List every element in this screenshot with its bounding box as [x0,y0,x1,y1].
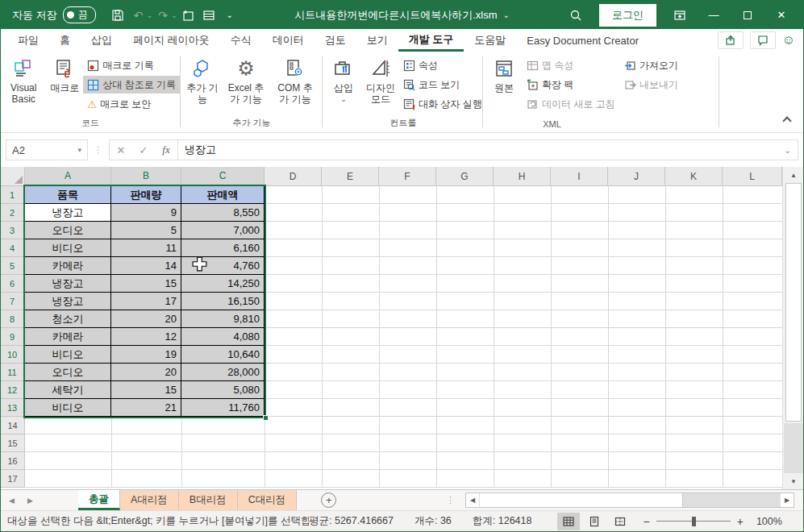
cell-C9[interactable]: 4,080 [181,328,265,346]
row-header-14[interactable]: 14 [1,417,25,434]
cell-B7[interactable]: 17 [111,293,181,310]
row-header-3[interactable]: 3 [1,222,25,239]
cell-A7[interactable]: 냉장고 [25,293,111,310]
row-header-5[interactable]: 5 [1,257,25,275]
tab-home[interactable]: 홈 [49,29,81,52]
fill-handle[interactable] [263,415,269,421]
comments-button[interactable] [750,31,776,49]
zoom-level[interactable]: 100% [750,516,782,527]
use-relative-references-button[interactable]: 상대 참조로 기록 [83,76,180,94]
cell-C12[interactable]: 5,080 [181,381,265,399]
macros-button[interactable]: 매크로 [46,55,83,95]
row-header-1[interactable]: 1 [1,186,25,204]
expansion-packs-button[interactable]: 확장 팩 [523,76,619,94]
run-dialog-button[interactable]: 대화 상자 실행 [399,95,486,113]
cell-A4[interactable]: 비디오 [25,239,111,257]
cell-B12[interactable]: 15 [111,381,181,399]
minimize-button[interactable]: — [697,1,731,29]
formula-bar-splitter-icon[interactable]: ⋮ [88,144,109,156]
selected-data-range[interactable]: 품목 판매량 판매액 냉장고 9 8,550 오디오 5 7,000 비디오 1… [23,185,266,418]
row-header-9[interactable]: 9 [1,328,25,346]
horizontal-scroll-thumb[interactable] [480,493,683,507]
zoom-in-button[interactable]: + [737,515,744,528]
cell-C10[interactable]: 10,640 [181,346,265,364]
cell-B2[interactable]: 9 [111,204,181,222]
row-header-15[interactable]: 15 [1,434,25,452]
cell-A10[interactable]: 비디오 [25,346,111,364]
tab-formulas[interactable]: 수식 [220,29,262,52]
zoom-slider[interactable] [656,517,731,526]
sheet-nav-left-icon[interactable]: ◀ [9,497,15,505]
cell-A5[interactable]: 카메라 [25,257,111,275]
ribbon-display-options-button[interactable] [663,1,697,29]
select-all-button[interactable] [1,167,25,186]
column-header-K[interactable]: K [665,167,723,186]
search-button[interactable] [559,1,593,29]
tab-developer[interactable]: 개발 도구 [398,29,464,52]
row-header-12[interactable]: 12 [1,381,25,399]
horizontal-scroll-track[interactable] [683,493,780,507]
addins-button[interactable]: 추가 기능 [183,55,222,106]
sheet-tab-B대리점[interactable]: B대리점 [179,490,238,510]
cell-A3[interactable]: 오디오 [25,222,111,239]
cell-B9[interactable]: 12 [111,328,181,346]
title-dropdown-icon[interactable]: ⌄ [502,10,509,19]
cell-B11[interactable]: 20 [111,364,181,381]
cell-A8[interactable]: 청소기 [25,310,111,328]
save-button[interactable] [107,5,128,26]
insert-function-icon[interactable]: fx [155,143,177,156]
cell-C11[interactable]: 28,000 [181,364,265,381]
cell-B4[interactable]: 11 [111,239,181,257]
tab-review[interactable]: 검토 [315,29,356,52]
cell-B8[interactable]: 20 [111,310,181,328]
cell-A13[interactable]: 비디오 [25,399,111,417]
xml-export-button[interactable]: 내보내기 [620,76,682,94]
cell-C4[interactable]: 6,160 [181,239,265,257]
confirm-entry-icon[interactable]: ✓ [132,144,155,156]
record-macro-button[interactable]: 매크로 기록 [83,56,180,74]
visual-basic-button[interactable]: Visual Basic [1,55,46,106]
column-header-B[interactable]: B [111,167,181,186]
sheet-nav-right-icon[interactable]: ▶ [27,497,33,505]
column-header-H[interactable]: H [494,167,551,186]
row-header-6[interactable]: 6 [1,275,25,293]
column-header-L[interactable]: L [723,167,782,186]
name-box[interactable]: A2 ▾ [6,139,88,160]
customize-qat-button[interactable]: ⌄ [219,5,240,26]
cell-A1[interactable]: 품목 [25,186,111,204]
cell-C1[interactable]: 판매액 [181,186,265,204]
cell-B6[interactable]: 15 [111,275,181,293]
name-box-dropdown-icon[interactable]: ▾ [77,146,81,154]
tab-easy-document-creator[interactable]: Easy Document Creator [516,29,649,52]
row-header-8[interactable]: 8 [1,310,25,328]
new-sheet-button[interactable]: + [321,493,336,508]
excel-addins-button[interactable]: ⚙ Excel 추가 기능 [222,55,270,106]
cell-A11[interactable]: 오디오 [25,364,111,381]
com-addins-button[interactable]: COM 추가 기능 [270,55,320,106]
undo-dropdown-icon[interactable]: ⌄ [147,11,153,19]
expand-formula-bar-icon[interactable]: ⌄ [785,146,791,155]
page-break-preview-button[interactable] [609,513,631,530]
column-header-A[interactable]: A [25,167,111,186]
cell-C3[interactable]: 7,000 [181,222,265,239]
tab-file[interactable]: 파일 [7,29,49,52]
share-button[interactable] [718,31,744,49]
tab-help[interactable]: 도움말 [464,29,516,52]
formula-input[interactable]: 냉장고 ⌄ [177,139,798,160]
refresh-data-button[interactable]: 데이터 새로 고침 [523,95,619,113]
zoom-slider-thumb[interactable] [692,517,696,526]
scroll-down-icon[interactable]: ▼ [783,473,804,489]
column-header-E[interactable]: E [322,167,379,186]
column-header-D[interactable]: D [265,167,322,186]
cell-C6[interactable]: 14,250 [181,275,265,293]
sheet-tab-C대리점[interactable]: C대리점 [238,490,298,510]
tab-view[interactable]: 보기 [356,29,398,52]
properties-button[interactable]: 속성 [399,56,486,74]
row-header-11[interactable]: 11 [1,364,25,381]
row-header-7[interactable]: 7 [1,293,25,310]
row-header-10[interactable]: 10 [1,346,25,364]
column-header-F[interactable]: F [379,167,436,186]
vertical-scrollbar[interactable]: ▲ ▼ [782,167,804,489]
cell-B5[interactable]: 14 [111,257,181,275]
tab-scrollbar-splitter-icon[interactable]: ⋮ [446,490,455,510]
